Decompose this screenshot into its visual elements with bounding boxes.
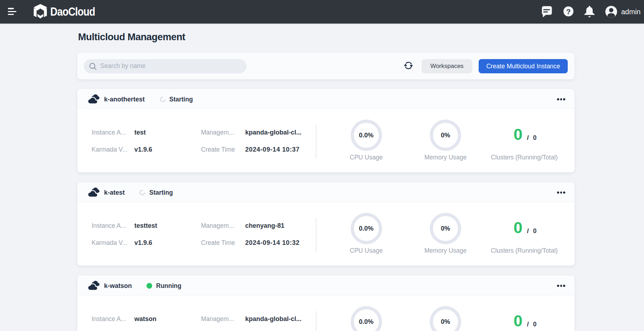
svg-text:?: ?: [566, 7, 571, 16]
